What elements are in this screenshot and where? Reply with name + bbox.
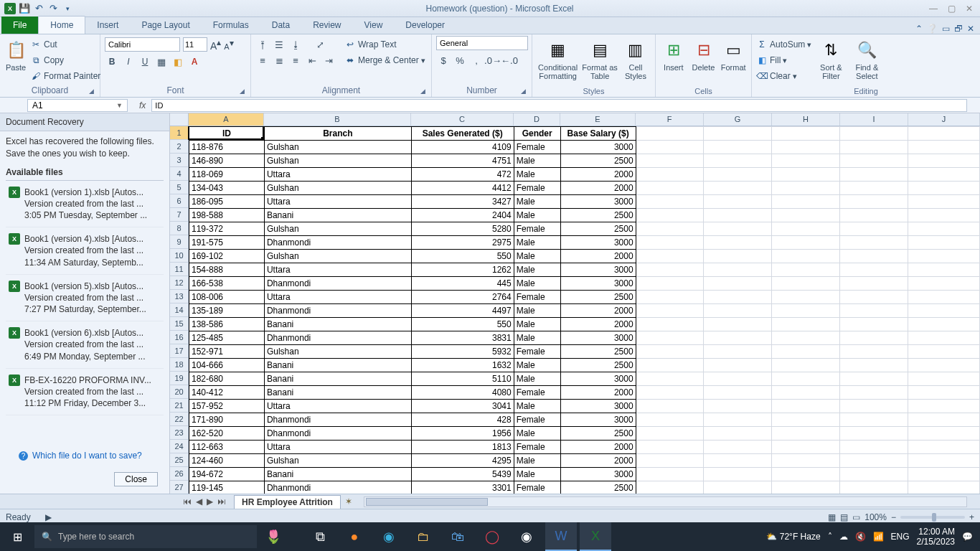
font-size-select[interactable] bbox=[183, 37, 207, 52]
font-name-select[interactable] bbox=[105, 37, 180, 52]
percent-button[interactable]: % bbox=[453, 53, 467, 67]
column-header[interactable]: D bbox=[514, 113, 560, 126]
cell[interactable]: Male bbox=[514, 250, 560, 263]
doc-recovery-help-link[interactable]: Which file do I want to save? bbox=[0, 443, 169, 468]
row-header[interactable]: 14 bbox=[170, 303, 189, 317]
minimize-button[interactable]: ― bbox=[929, 4, 938, 14]
explorer-app[interactable]: 🗀 bbox=[407, 522, 439, 551]
redo-icon[interactable]: ↷ bbox=[47, 3, 59, 14]
cell[interactable]: 125-485 bbox=[189, 331, 265, 345]
indent-button[interactable]: ⇥ bbox=[321, 53, 336, 67]
cell[interactable]: 1262 bbox=[411, 263, 514, 277]
tray-wifi-icon[interactable]: 📶 bbox=[873, 532, 884, 542]
cell[interactable]: Female bbox=[514, 182, 560, 195]
undo-icon[interactable]: ↶ bbox=[33, 3, 44, 14]
horizontal-scrollbar[interactable] bbox=[364, 496, 967, 507]
cell[interactable]: Uttara bbox=[264, 168, 411, 182]
cell[interactable]: Female bbox=[514, 222, 560, 236]
cell[interactable]: 3000 bbox=[560, 372, 636, 386]
italic-button[interactable]: I bbox=[121, 55, 136, 69]
tray-chevron-icon[interactable]: ˄ bbox=[828, 532, 832, 542]
name-box[interactable]: A1▼ bbox=[27, 99, 128, 112]
cell[interactable]: Uttara bbox=[264, 263, 411, 277]
cell[interactable]: Male bbox=[514, 454, 560, 468]
bold-button[interactable]: B bbox=[105, 55, 119, 69]
header-cell[interactable]: Branch bbox=[264, 127, 411, 141]
row-header[interactable]: 22 bbox=[170, 413, 189, 426]
formula-input[interactable] bbox=[151, 99, 967, 112]
row-header[interactable]: 25 bbox=[170, 453, 189, 467]
increase-decimal-button[interactable]: .0→ bbox=[486, 53, 500, 67]
row-header[interactable]: 13 bbox=[170, 290, 189, 303]
cell[interactable]: 4412 bbox=[411, 182, 514, 195]
wrap-text-button[interactable]: ↩Wrap Text bbox=[344, 37, 425, 52]
cell[interactable]: 5439 bbox=[411, 468, 514, 481]
cell[interactable]: Female bbox=[514, 141, 560, 154]
cell[interactable]: 3041 bbox=[411, 400, 514, 413]
header-cell[interactable]: Gender bbox=[514, 127, 560, 141]
excel-app[interactable]: X bbox=[580, 522, 611, 551]
cell[interactable]: 2000 bbox=[560, 386, 636, 400]
copy-button[interactable]: ⧉Copy bbox=[30, 53, 100, 67]
delete-cells-button[interactable]: ⊟Delete bbox=[690, 36, 717, 72]
cell[interactable]: Male bbox=[514, 372, 560, 386]
cell[interactable]: 3000 bbox=[560, 400, 636, 413]
row-header[interactable]: 26 bbox=[170, 467, 189, 481]
format-as-table-button[interactable]: ▤Format as Table bbox=[582, 36, 618, 80]
header-cell[interactable]: ID bbox=[189, 127, 265, 141]
cell[interactable]: Gulshan bbox=[264, 154, 411, 168]
cell[interactable]: 1813 bbox=[411, 441, 514, 454]
row-header[interactable]: 10 bbox=[170, 249, 189, 263]
insert-cells-button[interactable]: ⊞Insert bbox=[660, 36, 687, 72]
cell[interactable]: 2000 bbox=[560, 168, 636, 182]
save-icon[interactable]: 💾 bbox=[19, 3, 30, 14]
cell[interactable]: Male bbox=[514, 400, 560, 413]
tab-formulas[interactable]: Formulas bbox=[202, 17, 260, 34]
cell[interactable]: 146-890 bbox=[189, 154, 265, 168]
format-painter-button[interactable]: 🖌Format Painter bbox=[30, 69, 100, 83]
comma-button[interactable]: , bbox=[469, 53, 484, 67]
view-layout-icon[interactable]: ▤ bbox=[840, 512, 848, 522]
cell[interactable]: 3000 bbox=[560, 263, 636, 277]
cell[interactable]: 3000 bbox=[560, 141, 636, 154]
cell-styles-button[interactable]: ▥Cell Styles bbox=[621, 36, 651, 80]
fx-icon[interactable]: fx bbox=[133, 100, 151, 110]
taskbar-search[interactable]: 🔍Type here to search bbox=[34, 525, 257, 548]
cell[interactable]: 2500 bbox=[560, 427, 636, 441]
column-header[interactable]: E bbox=[560, 113, 636, 126]
cell[interactable]: 472 bbox=[411, 168, 514, 182]
row-header[interactable]: 15 bbox=[170, 317, 189, 331]
cell[interactable]: 104-666 bbox=[189, 359, 265, 372]
row-header[interactable]: 3 bbox=[170, 154, 189, 167]
dialog-launcher-icon[interactable]: ◢ bbox=[240, 88, 245, 95]
cell[interactable]: 428 bbox=[411, 413, 514, 427]
sheet-tab[interactable]: HR Employee Attrition bbox=[234, 495, 341, 509]
tab-nav-last[interactable]: ⏭ bbox=[215, 496, 228, 507]
cell[interactable]: Male bbox=[514, 277, 560, 291]
cell[interactable]: 4497 bbox=[411, 304, 514, 318]
dialog-launcher-icon[interactable]: ◢ bbox=[89, 88, 94, 95]
taskbar-flower-icon[interactable]: 🌷 bbox=[257, 529, 290, 545]
grow-font-icon[interactable]: A▴ bbox=[210, 37, 221, 52]
align-center-button[interactable]: ≣ bbox=[272, 53, 286, 67]
cell[interactable]: 4080 bbox=[411, 386, 514, 400]
cell[interactable]: 166-538 bbox=[189, 277, 265, 291]
column-header[interactable]: J bbox=[908, 113, 980, 126]
cell[interactable]: 3301 bbox=[411, 481, 514, 494]
cell[interactable]: Uttara bbox=[264, 400, 411, 413]
cell[interactable]: 4295 bbox=[411, 454, 514, 468]
tab-developer[interactable]: Developer bbox=[394, 17, 456, 34]
cell[interactable]: 5110 bbox=[411, 372, 514, 386]
window-close-icon[interactable]: ✕ bbox=[967, 24, 974, 34]
macro-record-icon[interactable]: ▶ bbox=[45, 512, 52, 522]
edge-app[interactable]: ◉ bbox=[373, 522, 405, 551]
doc-recovery-item[interactable]: XFB-EX-16220 PROFORMA INV...Version crea… bbox=[6, 369, 164, 416]
row-header[interactable]: 6 bbox=[170, 194, 189, 208]
spreadsheet-grid[interactable]: ABCDEFGHIJ 12345678910111213141516171819… bbox=[170, 113, 980, 494]
cell[interactable]: 138-586 bbox=[189, 318, 265, 331]
cell[interactable]: Uttara bbox=[264, 291, 411, 304]
cell[interactable]: 2500 bbox=[560, 481, 636, 494]
cell[interactable]: Male bbox=[514, 359, 560, 372]
cell[interactable]: Male bbox=[514, 427, 560, 441]
font-color-button[interactable]: A bbox=[187, 55, 202, 69]
